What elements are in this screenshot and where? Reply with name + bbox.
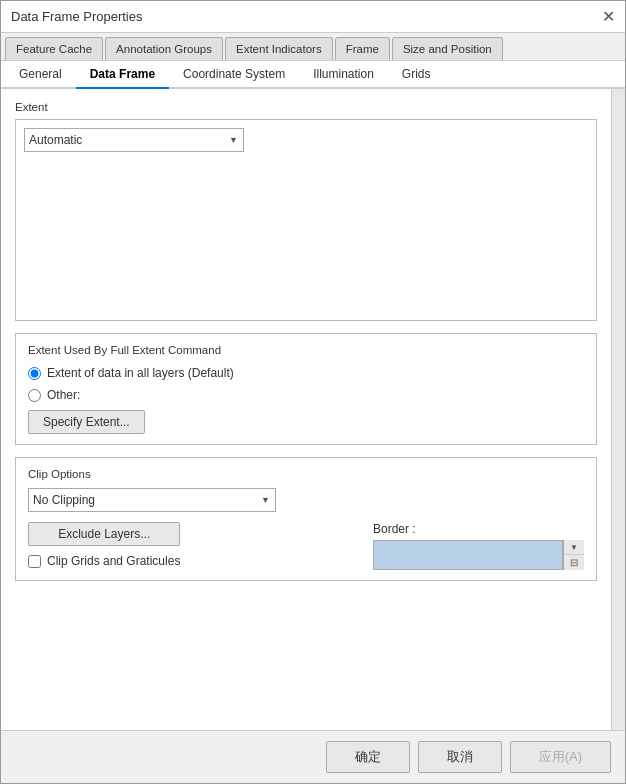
content-area: Extent Automatic Fixed Extent Other Exte… <box>1 89 625 730</box>
title-bar: Data Frame Properties ✕ <box>1 1 625 33</box>
radio-other[interactable] <box>28 389 41 402</box>
bottom-tab-row: General Data Frame Coordinate System Ill… <box>1 61 625 89</box>
border-color-box[interactable] <box>373 540 563 570</box>
full-extent-section: Extent Used By Full Extent Command Exten… <box>15 333 597 445</box>
tab-annotation-groups[interactable]: Annotation Groups <box>105 37 223 60</box>
clip-grids-checkbox[interactable] <box>28 555 41 568</box>
extent-select-wrapper[interactable]: Automatic Fixed Extent Other <box>24 128 244 152</box>
tab-illumination[interactable]: Illumination <box>299 61 388 89</box>
extent-section-label: Extent <box>15 101 597 113</box>
tab-grids[interactable]: Grids <box>388 61 445 89</box>
extent-content-area <box>24 152 588 312</box>
clip-options-section: Clip Options No Clipping Clip to Shape C… <box>15 457 597 581</box>
border-color-control: ▼ ⊟ <box>373 540 584 570</box>
tab-size-and-position[interactable]: Size and Position <box>392 37 503 60</box>
tab-general[interactable]: General <box>5 61 76 89</box>
right-sidebar <box>611 89 625 730</box>
clip-options-title: Clip Options <box>28 468 584 480</box>
border-color-dropdown-btn[interactable]: ▼ <box>564 540 584 555</box>
dialog-footer: 确定 取消 应用(A) <box>1 730 625 783</box>
cancel-button[interactable]: 取消 <box>418 741 502 773</box>
clip-left: Exclude Layers... Clip Grids and Graticu… <box>28 522 180 568</box>
full-extent-title: Extent Used By Full Extent Command <box>28 344 584 356</box>
tab-frame[interactable]: Frame <box>335 37 390 60</box>
border-color-edit-btn[interactable]: ⊟ <box>564 555 584 570</box>
radio-row-all-layers: Extent of data in all layers (Default) <box>28 366 584 380</box>
extent-dropdown[interactable]: Automatic Fixed Extent Other <box>24 128 244 152</box>
confirm-button[interactable]: 确定 <box>326 741 410 773</box>
dialog-title: Data Frame Properties <box>11 9 143 24</box>
border-label: Border : <box>373 522 416 536</box>
radio-all-layers[interactable] <box>28 367 41 380</box>
close-button[interactable]: ✕ <box>602 9 615 25</box>
radio-other-label: Other: <box>47 388 80 402</box>
apply-button[interactable]: 应用(A) <box>510 741 611 773</box>
dialog-main-content: Extent Automatic Fixed Extent Other Exte… <box>1 89 611 730</box>
border-color-buttons: ▼ ⊟ <box>563 540 584 570</box>
dialog-window: Data Frame Properties ✕ Feature Cache An… <box>0 0 626 784</box>
tab-coordinate-system[interactable]: Coordinate System <box>169 61 299 89</box>
radio-all-layers-label: Extent of data in all layers (Default) <box>47 366 234 380</box>
clip-grids-row: Clip Grids and Graticules <box>28 554 180 568</box>
clip-bottom-row: Exclude Layers... Clip Grids and Graticu… <box>28 522 584 570</box>
tab-extent-indicators[interactable]: Extent Indicators <box>225 37 333 60</box>
specify-extent-button[interactable]: Specify Extent... <box>28 410 145 434</box>
clip-right: Border : ▼ ⊟ <box>373 522 584 570</box>
extent-box: Automatic Fixed Extent Other <box>15 119 597 321</box>
clip-dropdown[interactable]: No Clipping Clip to Shape Clip to Extent <box>28 488 276 512</box>
clip-select-wrapper[interactable]: No Clipping Clip to Shape Clip to Extent <box>28 488 276 512</box>
exclude-layers-button[interactable]: Exclude Layers... <box>28 522 180 546</box>
radio-row-other: Other: <box>28 388 584 402</box>
top-tab-row: Feature Cache Annotation Groups Extent I… <box>1 33 625 61</box>
tab-data-frame[interactable]: Data Frame <box>76 61 169 89</box>
tab-feature-cache[interactable]: Feature Cache <box>5 37 103 60</box>
clip-grids-label: Clip Grids and Graticules <box>47 554 180 568</box>
